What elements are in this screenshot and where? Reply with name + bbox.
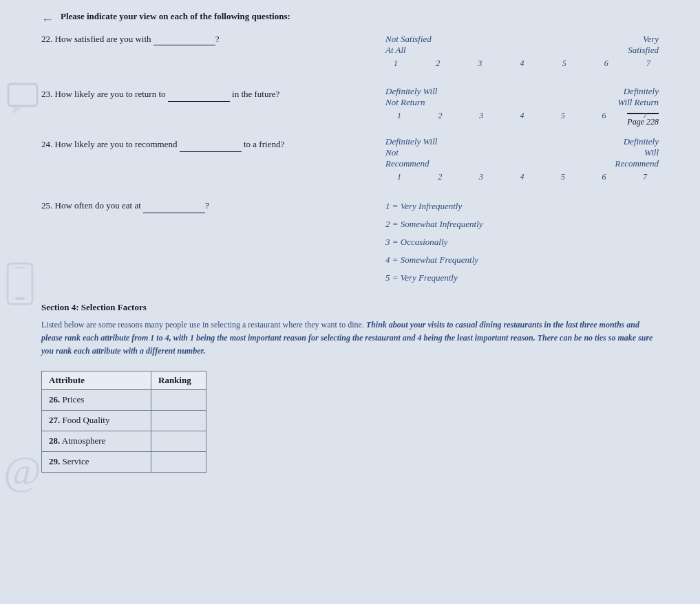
attribute-26: 26. Prices [42,389,151,410]
question-24-block: 24. How likely are you to recommend to a… [41,136,659,182]
page-container: @ ← Please indicate your view on each of… [0,0,700,604]
q22-scale-right: Very Satisfied [628,34,659,56]
section-4-heading: Section 4: Selection Factors [41,302,659,313]
q24-scale-labels: Definitely Will Not Recommend Definitely… [385,136,659,169]
q24-scale-numbers: 1 2 3 4 5 6 7 [385,172,659,182]
ranking-27[interactable] [151,410,206,431]
q23-scale-numbers: 1 2 3 4 5 6 7 [385,111,659,121]
frequency-item-5: 5 = Very Frequently [385,269,483,287]
question-25-text: 25. How often do you eat at ? [41,197,385,213]
ranking-table: Attribute Ranking 26. Prices 27. Food Qu… [41,371,206,473]
q22-scale-left: Not Satisfied At All [385,34,432,56]
q24-scale-left: Definitely Will Not Recommend [385,136,437,169]
question-22-block: 22. How satisfied are you with ? Not Sat… [41,34,659,69]
table-row: 28. Atmosphere [42,431,206,451]
question-24-scale: Definitely Will Not Recommend Definitely… [385,136,659,182]
q24-scale-right: Definitely Will Recommend [615,136,659,169]
table-row: 26. Prices [42,389,206,410]
frequency-item-4: 4 = Somewhat Frequently [385,251,483,269]
question-23-text: 23. How likely are you to return to in t… [41,86,385,102]
ranking-29[interactable] [151,451,206,472]
q23-scale-left: Definitely Will Not Return [385,86,437,108]
question-23-scale: Definitely Will Not Return Definitely Wi… [385,86,659,121]
q22-scale-numbers: 1 2 3 4 5 6 7 [385,58,659,69]
attribute-28: 28. Atmosphere [42,431,151,451]
content-area: Page 228 22. How satisfied are you with … [0,34,700,473]
frequency-item-2: 2 = Somewhat Infrequently [385,215,483,233]
question-22-scale: Not Satisfied At All Very Satisfied 1 2 … [385,34,659,69]
q22-scale-labels: Not Satisfied At All Very Satisfied [385,34,659,56]
table-row: 27. Food Quality [42,410,206,431]
back-arrow-icon[interactable]: ← [41,12,54,27]
table-row: 29. Service [42,451,206,472]
header-instruction: Please indicate your view on each of the… [61,11,290,22]
section-4-block: Section 4: Selection Factors Listed belo… [41,302,659,473]
q22-blank [153,34,215,45]
question-25-block: 25. How often do you eat at ? 1 = Very I… [41,197,659,287]
frequency-list: 1 = Very Infrequently 2 = Somewhat Infre… [385,197,483,287]
col-ranking-header: Ranking [151,371,206,389]
question-25-frequency: 1 = Very Infrequently 2 = Somewhat Infre… [385,197,659,287]
section-4-description: Listed below are some reasons many peopl… [41,319,659,358]
frequency-item-1: 1 = Very Infrequently [385,197,483,215]
question-22-text: 22. How satisfied are you with ? [41,34,385,45]
ranking-26[interactable] [151,389,206,410]
q23-scale-right: Definitely Will Return [617,86,659,108]
frequency-item-3: 3 = Occasionally [385,233,483,251]
col-attribute-header: Attribute [42,371,151,389]
header-bar: ← Please indicate your view on each of t… [0,7,700,34]
attribute-27: 27. Food Quality [42,410,151,431]
attribute-29: 29. Service [42,451,151,472]
question-23-block: 23. How likely are you to return to in t… [41,86,659,121]
question-24-text: 24. How likely are you to recommend to a… [41,136,385,152]
q23-scale-labels: Definitely Will Not Return Definitely Wi… [385,86,659,108]
ranking-28[interactable] [151,431,206,451]
